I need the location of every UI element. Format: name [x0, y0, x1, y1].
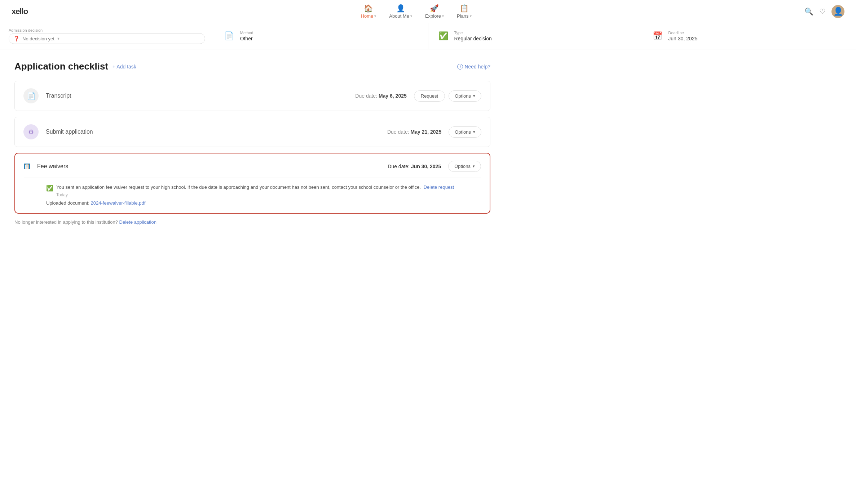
- rocket-icon: 🚀: [430, 4, 439, 13]
- deadline-cell: 📅 Deadline Jun 30, 2025: [642, 23, 856, 49]
- method-label: Method: [240, 31, 253, 35]
- question-icon: ❓: [13, 36, 19, 41]
- search-button[interactable]: 🔍: [804, 7, 813, 16]
- delete-request-link[interactable]: Delete request: [424, 184, 454, 190]
- method-icon: 📄: [223, 30, 236, 43]
- transcript-checklist-item: 📄 Transcript Due date: May 6, 2025 Reque…: [14, 81, 490, 111]
- admission-label: Admission decision: [9, 28, 205, 32]
- submit-application-options-button[interactable]: Options ▾: [449, 126, 481, 138]
- submit-application-actions: Options ▾: [449, 126, 481, 138]
- type-label: Type: [454, 31, 492, 35]
- transcript-actions: Request Options ▾: [414, 90, 481, 102]
- submit-application-name: Submit application: [46, 129, 380, 135]
- submit-application-icon: ⚙: [23, 124, 39, 139]
- checklist-title: Application checklist: [14, 61, 108, 72]
- checklist-header: Application checklist + Add task i Need …: [14, 61, 490, 72]
- chevron-down-icon: ▾: [473, 130, 475, 134]
- info-bar: Admission decision ❓ No decision yet ▾ 📄…: [0, 23, 856, 49]
- type-cell: ✅ Type Regular decision: [428, 23, 643, 49]
- fee-waiver-timestamp: Today: [56, 192, 454, 198]
- transcript-request-button[interactable]: Request: [414, 90, 445, 102]
- type-icon: ✅: [437, 30, 450, 43]
- check-icon: ✅: [46, 184, 53, 193]
- nav-about-me-label: About Me: [389, 13, 409, 19]
- uploaded-document: Uploaded document: 2024-feewaiver-fillab…: [46, 200, 481, 206]
- fee-waiver-message: ✅ You sent an application fee waiver req…: [46, 184, 481, 198]
- home-icon: 🏠: [364, 4, 373, 13]
- uploaded-label: Uploaded document:: [46, 200, 89, 206]
- transcript-name: Transcript: [46, 93, 348, 99]
- uploaded-file-link[interactable]: 2024-feewaiver-fillable.pdf: [91, 200, 146, 206]
- fee-waivers-actions: Options ▾: [448, 161, 481, 172]
- nav-home[interactable]: 🏠 Home ▾: [361, 4, 376, 19]
- type-value: Regular decision: [454, 36, 492, 41]
- nav-plans[interactable]: 📋 Plans ▾: [457, 4, 472, 19]
- method-cell: 📄 Method Other: [214, 23, 428, 49]
- deadline-label: Deadline: [668, 31, 697, 35]
- avatar[interactable]: 👤: [831, 5, 844, 18]
- nav-explore[interactable]: 🚀 Explore ▾: [425, 4, 444, 19]
- fee-waiver-message-text: You sent an application fee waiver reque…: [56, 184, 421, 190]
- chevron-down-icon: ▾: [57, 36, 59, 41]
- main-content: Application checklist + Add task i Need …: [0, 49, 505, 236]
- deadline-value: Jun 30, 2025: [668, 36, 697, 41]
- navigation: xello 🏠 Home ▾ 👤 About Me ▾ 🚀 Explore ▾ …: [0, 0, 856, 23]
- nav-plans-label: Plans: [457, 13, 469, 19]
- fee-waiver-body: ✅ You sent an application fee waiver req…: [24, 178, 481, 206]
- fee-waivers-name: Fee waivers: [37, 163, 380, 170]
- need-help-button[interactable]: i Need help?: [457, 64, 490, 70]
- nav-explore-label: Explore: [425, 13, 441, 19]
- admission-value: No decision yet: [22, 36, 54, 41]
- nav-right: 🔍 ♡ 👤: [804, 5, 844, 18]
- favorites-button[interactable]: ♡: [819, 7, 826, 16]
- fee-waivers-icon: 📋: [24, 164, 30, 169]
- submit-application-due: Due date: May 21, 2025: [387, 129, 441, 135]
- footer: No longer interested in applying to this…: [14, 219, 490, 225]
- fee-waivers-due: Due date: Jun 30, 2025: [388, 164, 441, 169]
- need-help-label: Need help?: [464, 64, 490, 70]
- transcript-icon: 📄: [23, 88, 39, 103]
- deadline-icon: 📅: [651, 30, 664, 43]
- plans-icon: 📋: [460, 4, 469, 13]
- admission-select[interactable]: ❓ No decision yet ▾: [9, 33, 205, 44]
- nav-home-label: Home: [361, 13, 374, 19]
- fee-waivers-options-button[interactable]: Options ▾: [448, 161, 481, 172]
- logo[interactable]: xello: [12, 7, 28, 16]
- admission-cell: Admission decision ❓ No decision yet ▾: [0, 23, 214, 49]
- add-task-button[interactable]: + Add task: [112, 64, 136, 70]
- chevron-down-icon: ▾: [410, 14, 412, 18]
- chevron-down-icon: ▾: [470, 14, 472, 18]
- chevron-down-icon: ▾: [442, 14, 444, 18]
- footer-message: No longer interested in applying to this…: [14, 219, 118, 225]
- person-icon: 👤: [396, 4, 405, 13]
- nav-center: 🏠 Home ▾ 👤 About Me ▾ 🚀 Explore ▾ 📋 Plan…: [361, 4, 472, 19]
- nav-about-me[interactable]: 👤 About Me ▾: [389, 4, 412, 19]
- info-icon: i: [457, 64, 463, 70]
- submit-application-checklist-item: ⚙ Submit application Due date: May 21, 2…: [14, 117, 490, 147]
- chevron-down-icon: ▾: [473, 164, 475, 169]
- transcript-due: Due date: May 6, 2025: [355, 93, 406, 99]
- transcript-options-button[interactable]: Options ▾: [449, 90, 481, 102]
- chevron-down-icon: ▾: [473, 94, 475, 98]
- chevron-down-icon: ▾: [374, 14, 376, 18]
- delete-application-link[interactable]: Delete application: [119, 219, 156, 225]
- method-value: Other: [240, 36, 253, 41]
- fee-waivers-checklist-item: 📋 Fee waivers Due date: Jun 30, 2025 Opt…: [14, 153, 490, 214]
